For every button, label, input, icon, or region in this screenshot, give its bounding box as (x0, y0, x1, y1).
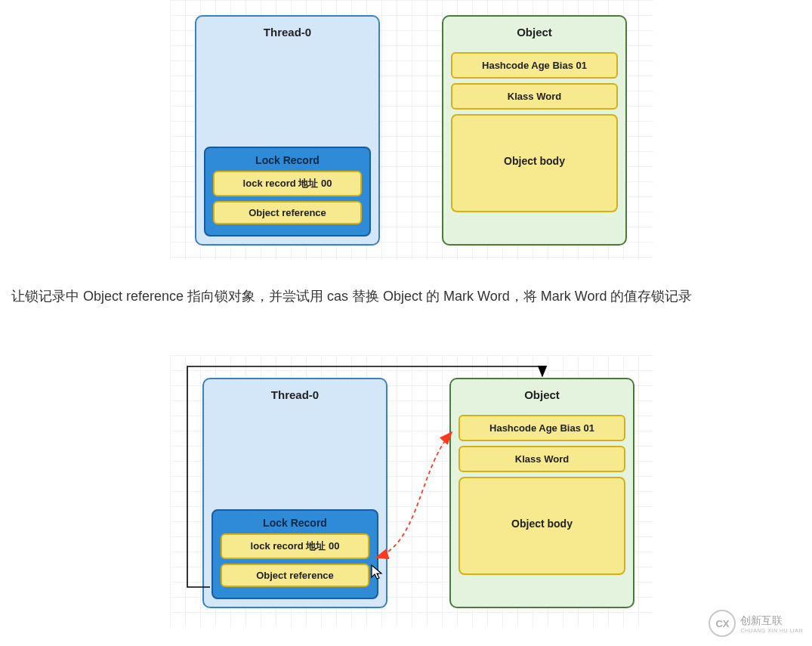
lock-record-box: Lock Record lock record 地址 00 Object ref… (211, 509, 378, 599)
thread-box-2: Thread-0 Lock Record lock record 地址 00 O… (202, 378, 387, 608)
object-title: Object (443, 17, 625, 48)
lock-record-title: Lock Record (211, 154, 363, 166)
logo-mark: CX (709, 610, 736, 637)
lock-record-address: lock record 地址 00 (221, 533, 369, 559)
object-box-1: Object Hashcode Age Bias 01 Klass Word O… (442, 15, 627, 246)
object-reference: Object reference (221, 564, 369, 587)
logo-subtext: CHUANG XIN HU LIAN (740, 628, 803, 633)
logo-text: 创新互联 (740, 614, 803, 628)
object-reference: Object reference (213, 201, 362, 224)
mark-word: Hashcode Age Bias 01 (458, 415, 625, 441)
klass-word: Klass Word (451, 83, 618, 110)
klass-word: Klass Word (458, 446, 625, 472)
object-title: Object (451, 379, 633, 410)
description-paragraph: 让锁记录中 Object reference 指向锁对象，并尝试用 cas 替换… (11, 283, 804, 309)
object-body: Object body (458, 477, 625, 575)
thread-box-1: Thread-0 Lock Record lock record 地址 00 O… (195, 15, 380, 246)
thread-title: Thread-0 (204, 379, 386, 410)
brand-logo: CX 创新互联 CHUANG XIN HU LIAN (709, 610, 803, 637)
object-box-2: Object Hashcode Age Bias 01 Klass Word O… (449, 378, 634, 608)
lock-record-box: Lock Record lock record 地址 00 Object ref… (204, 147, 371, 236)
lock-record-address: lock record 地址 00 (213, 171, 362, 196)
object-body: Object body (451, 114, 618, 212)
thread-title: Thread-0 (196, 17, 378, 48)
mark-word: Hashcode Age Bias 01 (451, 52, 618, 79)
lock-record-title: Lock Record (219, 517, 371, 529)
